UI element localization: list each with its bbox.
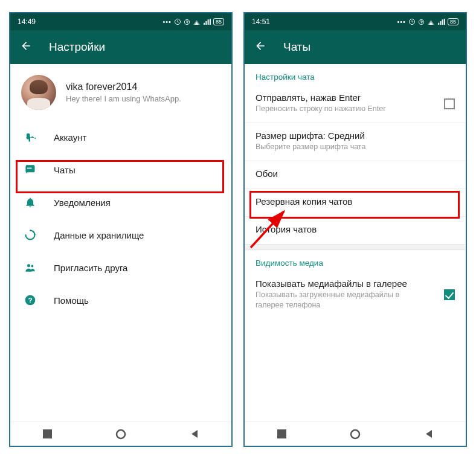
svg-point-11 — [117, 430, 125, 438]
back-icon[interactable] — [254, 40, 266, 54]
svg-point-6 — [27, 264, 30, 267]
option-title: История чатов — [256, 224, 455, 234]
settings-label: Аккаунт — [54, 132, 86, 143]
svg-point-7 — [31, 265, 33, 268]
status-time: 14:51 — [252, 18, 270, 26]
app-bar: Настройки — [10, 30, 231, 64]
page-title: Настройки — [49, 40, 105, 54]
phone-chats: 14:51 ••• 85 Чаты Настройки чата Отправл… — [243, 12, 467, 447]
people-icon — [24, 261, 37, 274]
android-navbar — [245, 422, 466, 446]
svg-rect-5 — [27, 168, 32, 169]
settings-item-help[interactable]: ? Помощь — [10, 284, 231, 316]
avatar — [21, 75, 56, 110]
settings-label: Данные и хранилище — [54, 230, 144, 240]
svg-point-1 — [184, 19, 189, 24]
option-title: Резервная копия чатов — [256, 196, 455, 207]
page-title: Чаты — [283, 40, 310, 54]
svg-rect-3 — [29, 136, 31, 141]
chat-option-media-visibility[interactable]: Показывать медиафайлы в галерее Показыва… — [245, 271, 466, 319]
chat-option-history[interactable]: История чатов — [245, 217, 466, 244]
option-title: Размер шрифта: Средний — [256, 130, 455, 141]
key-icon — [24, 130, 37, 144]
settings-item-notifications[interactable]: Уведомления — [10, 186, 231, 219]
checkbox-checked[interactable] — [444, 289, 455, 300]
svg-rect-10 — [43, 429, 52, 438]
settings-item-data[interactable]: Данные и хранилище — [10, 219, 231, 251]
settings-content: vika forever2014 Hey there! I am using W… — [10, 64, 231, 422]
nav-home-icon[interactable] — [349, 428, 361, 440]
phone-settings: 14:49 ••• 85 Настройки vika forever2014 … — [9, 12, 233, 447]
settings-item-invite[interactable]: Пригласить друга — [10, 251, 231, 284]
chat-option-backup[interactable]: Резервная копия чатов — [245, 189, 466, 217]
chat-option-wallpaper[interactable]: Обои — [245, 161, 466, 189]
option-subtitle: Переносить строку по нажатию Enter — [256, 104, 425, 114]
section-divider — [245, 244, 466, 250]
settings-label: Уведомления — [54, 197, 111, 208]
profile-name: vika forever2014 — [66, 82, 181, 92]
status-bar: 14:49 ••• 85 — [10, 13, 231, 30]
svg-rect-14 — [277, 429, 286, 438]
settings-label: Пригласить друга — [54, 263, 127, 273]
status-icons: ••• 85 — [397, 18, 458, 25]
settings-item-chats[interactable]: Чаты — [10, 153, 231, 186]
chat-option-font-size[interactable]: Размер шрифта: Средний Выберите размер ш… — [245, 123, 466, 161]
nav-recent-icon[interactable] — [41, 428, 53, 440]
nav-back-icon[interactable] — [423, 428, 435, 440]
option-title: Обои — [256, 169, 455, 179]
section-header-chat-settings: Настройки чата — [245, 64, 466, 85]
settings-label: Помощь — [54, 295, 89, 306]
checkbox-unchecked[interactable] — [444, 98, 455, 109]
status-icons: ••• 85 — [162, 18, 224, 25]
status-bar: 14:51 ••• 85 — [245, 13, 466, 30]
option-subtitle: Показывать загруженные медиафайлы в гале… — [256, 290, 425, 310]
section-header-media: Видимость медиа — [245, 250, 466, 271]
svg-point-13 — [419, 19, 423, 24]
nav-back-icon[interactable] — [188, 428, 201, 440]
status-time: 14:49 — [18, 18, 36, 26]
nav-home-icon[interactable] — [115, 428, 127, 440]
nav-recent-icon[interactable] — [275, 428, 288, 440]
profile-status: Hey there! I am using WhatsApp. — [66, 94, 181, 103]
data-usage-icon — [24, 228, 37, 242]
chats-content: Настройки чата Отправлять, нажав Enter П… — [245, 64, 466, 422]
chat-icon — [24, 163, 37, 176]
android-navbar — [10, 422, 231, 446]
svg-point-15 — [351, 430, 359, 438]
app-bar: Чаты — [245, 30, 466, 64]
option-title: Показывать медиафайлы в галерее — [256, 278, 455, 289]
svg-rect-4 — [26, 165, 35, 172]
back-icon[interactable] — [20, 40, 32, 54]
profile-row[interactable]: vika forever2014 Hey there! I am using W… — [10, 64, 231, 121]
help-icon: ? — [24, 294, 37, 307]
svg-text:?: ? — [28, 296, 32, 304]
option-subtitle: Выберите размер шрифта чата — [256, 142, 425, 152]
settings-label: Чаты — [54, 165, 76, 175]
chat-option-enter-send[interactable]: Отправлять, нажав Enter Переносить строк… — [245, 85, 466, 123]
option-title: Отправлять, нажав Enter — [256, 92, 455, 103]
settings-item-account[interactable]: Аккаунт — [10, 121, 231, 153]
bell-icon — [24, 196, 37, 209]
